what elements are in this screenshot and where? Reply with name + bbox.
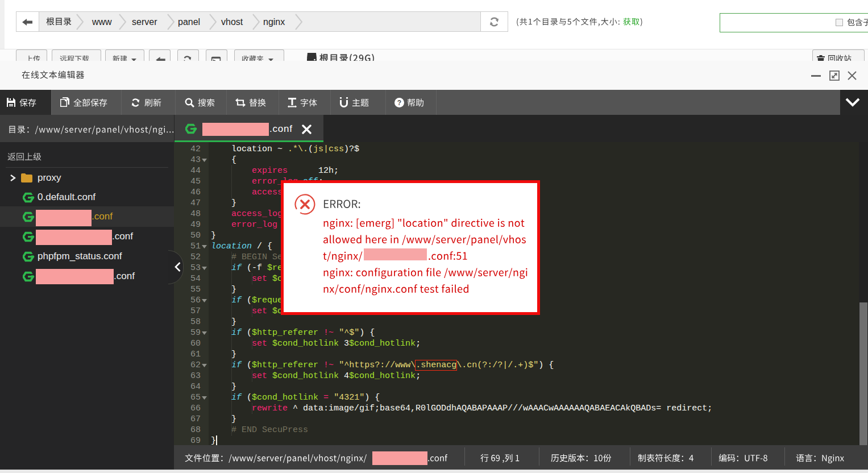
svg-text:?: ? [397,99,401,107]
